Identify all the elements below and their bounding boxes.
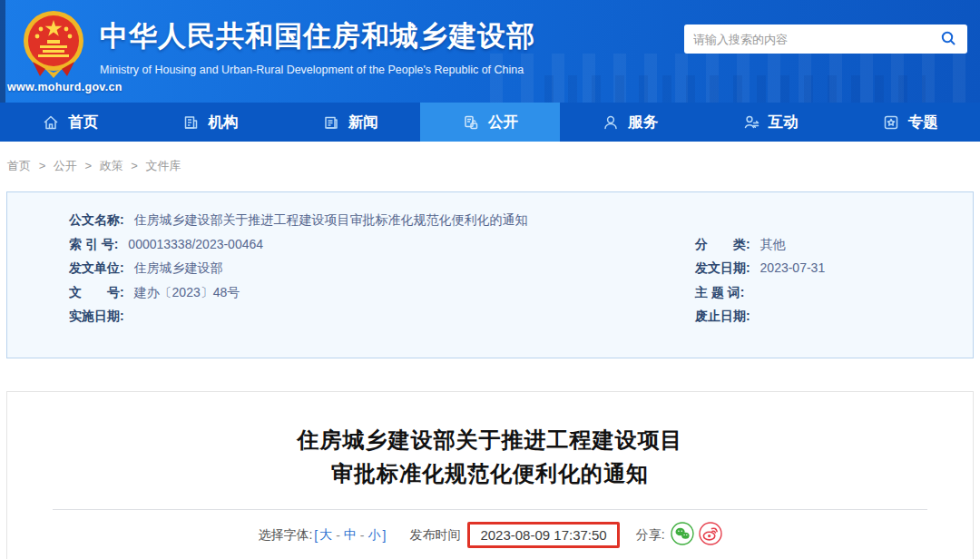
info-label: 发文单位: [69,260,124,275]
share-wechat-button[interactable] [671,522,694,548]
breadcrumb-policy[interactable]: 政策 [100,159,123,172]
national-emblem-logo [20,9,87,78]
info-value: 其他 [760,237,786,251]
article-title-line1: 住房城乡建设部关于推进工程建设项目 [7,423,973,456]
info-label: 主 题 词: [695,285,744,299]
share-weibo-button[interactable] [699,522,722,548]
nav-label: 互动 [769,113,799,132]
font-size-selector: 选择字体: [ 大 - 中 - 小 ] [258,527,387,544]
nav-label: 机构 [208,113,238,132]
document-info-box: 公文名称: 住房城乡建设部关于推进工程建设项目审批标准化规范化便利化的通知 索 … [6,191,974,358]
search-bar [684,25,967,54]
info-label: 分 类: [695,237,750,251]
article-meta-bar: 选择字体: [ 大 - 中 - 小 ] 发布时间 2023-08-09 17:3… [7,522,973,548]
info-value: 000013338/2023-00464 [128,237,263,251]
search-input[interactable] [693,33,938,46]
info-row-document-name: 公文名称: 住房城乡建设部关于推进工程建设项目审批标准化规范化便利化的通知 [69,208,973,232]
info-value: 住房城乡建设部 [134,260,223,275]
nav-label: 服务 [628,113,658,132]
info-value: 建办〔2023〕48号 [134,285,240,299]
info-label: 发文日期: [695,260,750,275]
publish-time-label: 发布时间 [409,527,460,544]
breadcrumb-separator: > [84,159,92,172]
services-icon [602,113,620,132]
info-row-implementation-date: 实施日期: [69,304,695,329]
share-label: 分享: [636,527,665,544]
font-selector-label: 选择字体: [258,527,312,544]
article-title: 住房城乡建设部关于推进工程建设项目 审批标准化规范化便利化的通知 [7,423,973,490]
info-value: 住房城乡建设部关于推进工程建设项目审批标准化规范化便利化的通知 [134,212,528,227]
article-title-line2: 审批标准化规范化便利化的通知 [7,456,973,490]
search-icon [940,30,956,49]
info-label: 废止日期: [695,309,750,323]
info-label: 实施日期: [69,309,124,323]
home-icon [42,113,60,132]
nav-item-organization[interactable]: 机构 [140,103,279,142]
nav-item-topics[interactable]: 专题 [840,103,980,142]
site-title-chinese: 中华人民共和国住房和城乡建设部 [100,17,535,55]
weibo-icon [699,522,722,548]
breadcrumb-separator: > [131,159,138,172]
main-navigation: 首页 机构 新闻 公开 [0,103,980,142]
info-row-category: 分 类: 其他 [695,232,973,257]
nav-label: 首页 [68,113,98,132]
nav-item-disclosure[interactable]: 公开 [420,103,560,142]
nav-label: 专题 [908,113,938,132]
site-header: www.mohurd.gov.cn 中华人民共和国住房和城乡建设部 Minist… [0,0,980,103]
info-label: 公文名称: [69,212,124,227]
site-title-english: Ministry of Housing and Urban-Rural Deve… [100,64,535,76]
bracket-open: [ [314,528,318,543]
breadcrumb-separator: > [39,159,46,172]
nav-label: 公开 [488,113,518,132]
news-icon [322,113,340,132]
info-row-index-number: 索 引 号: 000013338/2023-00464 [69,232,695,257]
header-edge-decoration [0,0,5,103]
font-size-small-link[interactable]: 小 [368,527,381,544]
nav-item-news[interactable]: 新闻 [280,103,420,142]
breadcrumb-disclosure[interactable]: 公开 [54,159,77,172]
mohurd-webpage: www.mohurd.gov.cn 中华人民共和国住房和城乡建设部 Minist… [0,0,980,559]
nav-label: 新闻 [348,113,378,132]
breadcrumb: 首页 > 公开 > 政策 > 文件库 [0,142,980,191]
info-row-repeal-date: 废止日期: [695,304,973,329]
wechat-icon [671,522,694,548]
info-row-document-number: 文 号: 建办〔2023〕48号 [69,280,695,305]
site-url: www.mohurd.gov.cn [7,81,122,93]
info-row-issuing-unit: 发文单位: 住房城乡建设部 [69,256,695,280]
info-row-issue-date: 发文日期: 2023-07-31 [695,256,973,280]
breadcrumb-document-library: 文件库 [146,159,181,172]
dash-separator: - [336,528,340,543]
info-row-subject-words: 主 题 词: [695,280,973,305]
nav-item-interaction[interactable]: 互动 [700,103,839,142]
share-icon-group [671,522,722,548]
bracket-close: ] [383,528,387,543]
nav-item-home[interactable]: 首页 [0,103,140,142]
nav-item-services[interactable]: 服务 [560,103,700,142]
article-content-box: 住房城乡建设部关于推进工程建设项目 审批标准化规范化便利化的通知 选择字体: [… [6,391,974,559]
search-button[interactable] [938,28,958,51]
info-label: 索 引 号: [69,237,118,251]
publish-time-value-highlighted: 2023-08-09 17:37:50 [467,522,619,548]
info-label: 文 号: [69,285,124,299]
topics-icon [882,113,900,132]
dash-separator: - [360,528,365,543]
building-watermark-shadow [544,75,926,103]
info-value: 2023-07-31 [760,260,826,275]
font-size-medium-link[interactable]: 中 [344,527,357,544]
breadcrumb-home[interactable]: 首页 [7,159,31,172]
organization-icon [181,113,200,132]
title-separator-line [53,509,927,510]
interaction-icon [742,113,760,132]
font-size-large-link[interactable]: 大 [319,527,332,544]
disclosure-icon [462,113,480,132]
